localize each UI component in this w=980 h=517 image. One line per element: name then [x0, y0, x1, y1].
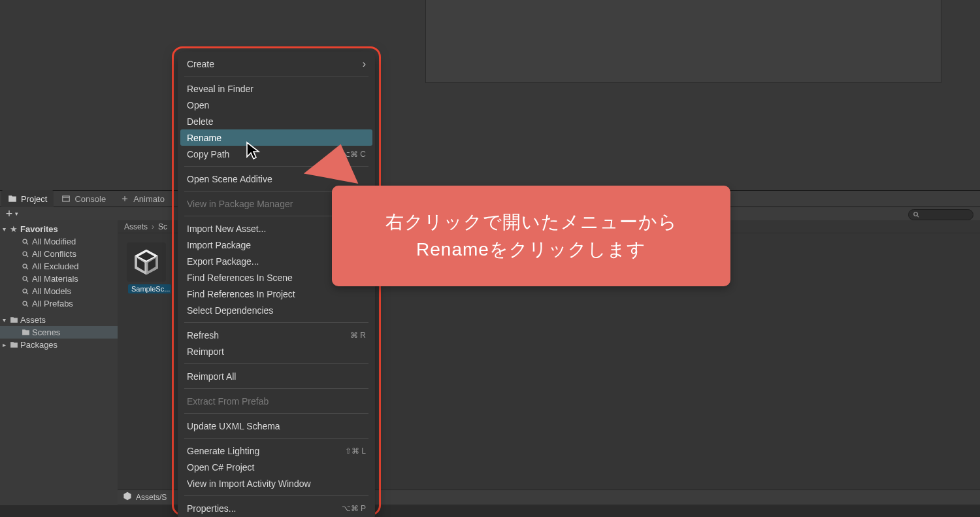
asset-caption: SampleSc... [128, 284, 171, 293]
ctx-label: Open C# Project [187, 462, 255, 473]
svg-point-6 [23, 276, 27, 280]
ctx-shortcut: ⌥⌘ P [342, 504, 366, 513]
favorite-label: All Models [32, 286, 71, 296]
svg-point-8 [23, 301, 27, 305]
ctx-refresh[interactable]: Refresh ⌘ R [178, 327, 375, 343]
annotation-callout: 右クリックで開いたメニューから Renameをクリックします [332, 186, 730, 286]
ctx-import-activity[interactable]: View in Import Activity Window [178, 475, 375, 492]
favorite-all-materials[interactable]: All Materials [0, 273, 118, 285]
favorite-all-excluded[interactable]: All Excluded [0, 260, 118, 273]
search-icon [21, 263, 30, 271]
ctx-open[interactable]: Open [178, 97, 375, 113]
ctx-shortcut: ⌘ R [350, 331, 366, 340]
star-icon: ★ [9, 224, 18, 234]
ctx-label: Extract From Prefab [187, 396, 269, 407]
ctx-label: View in Package Manager [187, 199, 293, 209]
folder-icon [8, 194, 17, 203]
favorite-label: All Materials [32, 274, 78, 284]
unity-icon-small [123, 492, 132, 503]
search-icon [21, 300, 30, 308]
favorite-label: All Modified [32, 237, 76, 246]
breadcrumb-next[interactable]: Sc [158, 222, 167, 231]
ctx-label: Open Scene Additive [187, 174, 272, 184]
ctx-label: Refresh [187, 330, 219, 341]
svg-point-3 [23, 239, 27, 243]
svg-point-1 [124, 198, 125, 199]
ctx-label: Find References In Project [187, 289, 295, 299]
preview-box [425, 0, 941, 83]
tab-console[interactable]: Console [55, 190, 112, 207]
favorite-all-modified[interactable]: All Modified [0, 235, 118, 248]
ctx-reimport[interactable]: Reimport [178, 343, 375, 359]
search-icon [21, 288, 30, 295]
ctx-label: Open [187, 100, 209, 110]
tab-animator[interactable]: Animato [114, 190, 171, 207]
ctx-label: Generate Lighting [187, 446, 259, 456]
search-icon [913, 211, 920, 218]
scene-icon [127, 242, 166, 282]
svg-point-4 [23, 252, 27, 256]
favorite-all-conflicts[interactable]: All Conflicts [0, 248, 118, 260]
ctx-separator [184, 495, 368, 496]
add-caret-icon[interactable]: ▾ [15, 210, 18, 217]
tab-project-label: Project [21, 194, 47, 204]
console-icon [61, 194, 71, 203]
ctx-label: Rename [187, 133, 221, 143]
tab-animator-label: Animato [133, 194, 165, 204]
status-path: Assets/S [136, 493, 167, 502]
cursor-icon [246, 141, 261, 161]
ctx-separator [184, 413, 368, 414]
search-icon [21, 238, 30, 246]
svg-point-2 [914, 212, 918, 216]
ctx-update-uxml[interactable]: Update UXML Schema [178, 418, 375, 434]
ctx-separator [184, 76, 368, 76]
ctx-create[interactable]: Create › [178, 56, 375, 72]
ctx-label: Update UXML Schema [187, 421, 280, 431]
ctx-reveal-in-finder[interactable]: Reveal in Finder [178, 80, 375, 97]
project-tree: ▾ ★ Favorites All Modified All Conflicts… [0, 220, 118, 517]
search-icon [21, 275, 30, 283]
ctx-rename[interactable]: Rename [180, 129, 372, 146]
caret-down-icon: ▾ [3, 316, 9, 324]
assets-folder[interactable]: ▾ Assets [0, 314, 118, 326]
ctx-generate-lighting[interactable]: Generate Lighting ⇧⌘ L [178, 442, 375, 459]
ctx-label: Delete [187, 116, 213, 127]
packages-label: Packages [20, 340, 57, 350]
favorites-header[interactable]: ▾ ★ Favorites [0, 223, 118, 235]
folder-icon [9, 341, 18, 349]
search-icon [21, 250, 30, 258]
add-button[interactable]: + [3, 208, 16, 220]
scenes-folder[interactable]: Scenes [0, 326, 118, 339]
ctx-find-refs-project[interactable]: Find References In Project [178, 286, 375, 302]
favorite-all-prefabs[interactable]: All Prefabs [0, 297, 118, 310]
ctx-reimport-all[interactable]: Reimport All [178, 368, 375, 384]
assets-label: Assets [20, 315, 46, 325]
ctx-separator [184, 388, 368, 389]
favorites-label: Favorites [20, 224, 58, 234]
callout-line2: Renameをクリックします [416, 236, 646, 263]
asset-tile-samplescene[interactable]: SampleSc... [127, 242, 172, 295]
ctx-open-csharp-project[interactable]: Open C# Project [178, 459, 375, 475]
breadcrumb-sep: › [152, 222, 154, 231]
search-input[interactable] [908, 209, 973, 220]
favorite-all-models[interactable]: All Models [0, 285, 118, 297]
ctx-delete[interactable]: Delete [178, 113, 375, 129]
caret-down-icon: ▾ [3, 225, 9, 233]
tab-project[interactable]: Project [1, 190, 54, 207]
folder-icon [21, 328, 30, 337]
ctx-select-dependencies[interactable]: Select Dependencies [178, 302, 375, 318]
ctx-separator [184, 322, 368, 323]
ctx-label: Copy Path [187, 149, 229, 159]
chevron-right-icon: › [363, 58, 366, 70]
callout-line1: 右クリックで開いたメニューから [385, 208, 678, 236]
ctx-label: Import Package [187, 240, 251, 250]
ctx-label: Import New Asset... [187, 224, 266, 234]
ctx-label: Find References In Scene [187, 273, 293, 283]
packages-folder[interactable]: ▸ Packages [0, 339, 118, 351]
ctx-extract-prefab: Extract From Prefab [178, 393, 375, 409]
ctx-properties[interactable]: Properties... ⌥⌘ P [178, 500, 375, 516]
bottom-bar [0, 505, 980, 517]
ctx-label: Select Dependencies [187, 305, 273, 316]
breadcrumb-root[interactable]: Assets [124, 222, 148, 231]
folder-icon [9, 316, 18, 324]
